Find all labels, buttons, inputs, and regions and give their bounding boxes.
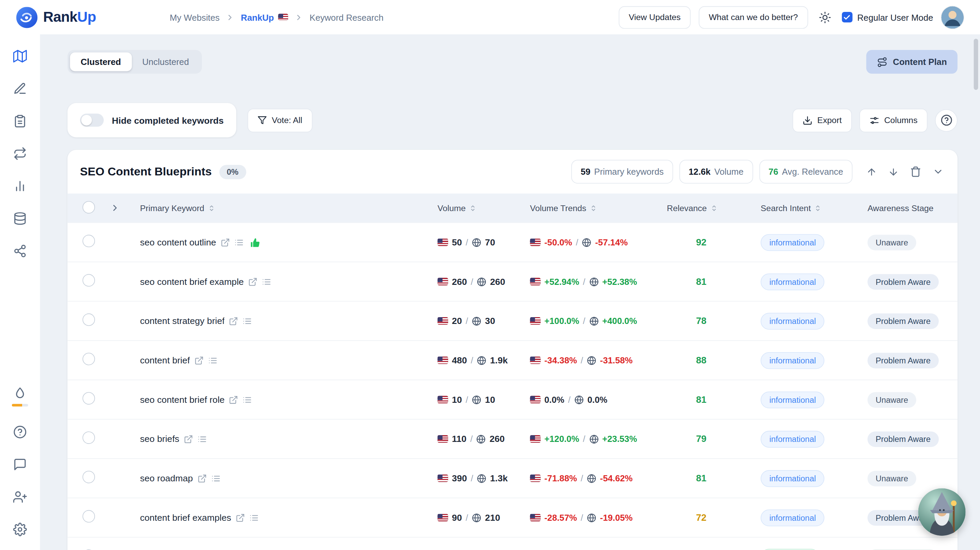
trend-us-value: -34.38% [544,355,577,365]
us-flag-icon [530,239,541,246]
relevance-score: 88 [696,355,706,365]
view-updates-button[interactable]: View Updates [619,6,690,28]
theme-toggle-button[interactable] [816,8,833,26]
column-header-relevance[interactable]: Relevance [667,203,761,213]
list-icon[interactable] [262,277,272,287]
chat-icon[interactable] [13,458,27,471]
external-link-icon[interactable] [221,238,230,247]
sliders-icon [869,115,879,125]
tab-clustered[interactable]: Clustered [70,52,132,71]
list-icon[interactable] [197,434,207,444]
list-icon[interactable] [243,395,252,404]
column-header-search-intent[interactable]: Search Intent [760,203,867,213]
wizard-mascot-widget[interactable] [918,488,966,536]
volume-global-value: 70 [485,237,495,247]
hide-completed-toggle[interactable] [80,114,104,127]
invite-user-icon[interactable] [13,490,27,504]
sort-icon [207,204,215,212]
row-checkbox[interactable] [82,235,95,247]
volume-us-value: 390 [452,473,467,483]
table-row: seo briefs 110 / 260 +120.0% / +23.53% 7… [67,419,958,458]
workflow-icon[interactable] [13,244,27,258]
volume-us-value: 90 [452,513,462,523]
external-link-icon[interactable] [229,395,239,404]
collapse-cluster-button[interactable] [931,165,945,179]
usage-credits-indicator[interactable] [12,387,28,407]
regular-user-mode-toggle[interactable]: Regular User Mode [842,12,933,22]
vote-filter-button[interactable]: Vote: All [247,108,312,132]
trend-us-value: -71.88% [544,473,577,483]
us-flag-icon [530,396,541,403]
trend-global-value: -31.58% [600,355,633,365]
keyword-cluster-card: SEO Content Blueprints 0% 59Primary keyw… [67,150,958,550]
list-icon[interactable] [234,238,243,247]
usage-progress-bar [12,404,28,406]
help-button[interactable] [935,109,958,132]
row-checkbox[interactable] [82,353,95,365]
columns-button[interactable]: Columns [859,108,928,132]
column-header-primary-keyword[interactable]: Primary Keyword [140,203,437,213]
column-header-volume[interactable]: Volume [438,203,530,213]
drafts-icon[interactable] [13,82,27,95]
globe-icon [472,395,482,404]
external-link-icon[interactable] [235,513,245,523]
breadcrumb-rankup[interactable]: RankUp [241,12,288,22]
breadcrumb-my-websites[interactable]: My Websites [170,12,220,22]
external-link-icon[interactable] [184,434,193,444]
list-icon[interactable] [211,474,221,483]
row-checkbox[interactable] [82,392,95,404]
volume-global-value: 30 [485,316,495,326]
tasks-icon[interactable] [13,114,27,128]
us-flag-icon [438,239,448,246]
export-button[interactable]: Export [792,108,852,132]
feedback-button[interactable]: What can we do better? [698,6,808,28]
arrow-down-button[interactable] [887,165,900,179]
external-link-icon[interactable] [248,277,258,287]
help-icon[interactable] [13,425,27,439]
us-flag-icon [438,474,448,482]
relevance-score: 92 [696,236,706,247]
awareness-stage-badge: Problem Aware [867,431,939,447]
awareness-stage-badge: Problem Aware [867,274,939,289]
delete-cluster-button[interactable] [909,165,923,179]
volume-global-value: 260 [490,277,505,287]
chevron-right-icon [226,13,235,22]
content-plan-button[interactable]: Content Plan [866,50,958,74]
globe-icon [587,355,597,365]
tab-unclustered[interactable]: Unclustered [132,52,200,71]
analytics-icon[interactable] [13,179,27,193]
database-icon[interactable] [13,212,27,225]
list-icon[interactable] [243,316,252,326]
list-icon[interactable] [208,355,218,365]
column-header-awareness-stage[interactable]: Awareness Stage [867,203,957,213]
arrow-up-button[interactable] [865,165,878,179]
external-link-icon[interactable] [229,316,239,326]
map-icon[interactable] [13,49,27,63]
row-checkbox[interactable] [82,314,95,326]
external-link-icon[interactable] [197,474,207,483]
column-header-volume-trends[interactable]: Volume Trends [530,203,667,213]
volume-global-value: 1.3k [490,473,508,483]
keyword-text: content brief examples [140,513,231,523]
row-checkbox[interactable] [82,471,95,483]
sync-icon[interactable] [13,147,27,160]
external-link-icon[interactable] [194,355,204,365]
settings-icon[interactable] [13,523,27,536]
list-icon[interactable] [250,513,259,523]
expand-all-icon[interactable] [110,203,140,213]
trend-global-value: -19.05% [600,513,633,523]
trend-us-value: +52.94% [544,277,579,287]
keyword-text: seo briefs [140,434,179,444]
select-all-checkbox[interactable] [82,201,95,214]
brand-logo[interactable]: RankUp [16,6,96,27]
table-row: seo content outline 50 / 70 -50.0% / -57… [67,222,958,262]
user-avatar[interactable] [941,6,964,28]
vertical-scrollbar[interactable] [974,39,978,90]
row-checkbox[interactable] [82,510,95,523]
us-flag-icon [438,278,448,285]
keyword-text: content brief [140,355,190,365]
row-checkbox[interactable] [82,274,95,287]
volume-us-value: 50 [452,237,462,247]
header-actions: View Updates What can we do better? Regu… [619,6,964,28]
row-checkbox[interactable] [82,431,95,444]
